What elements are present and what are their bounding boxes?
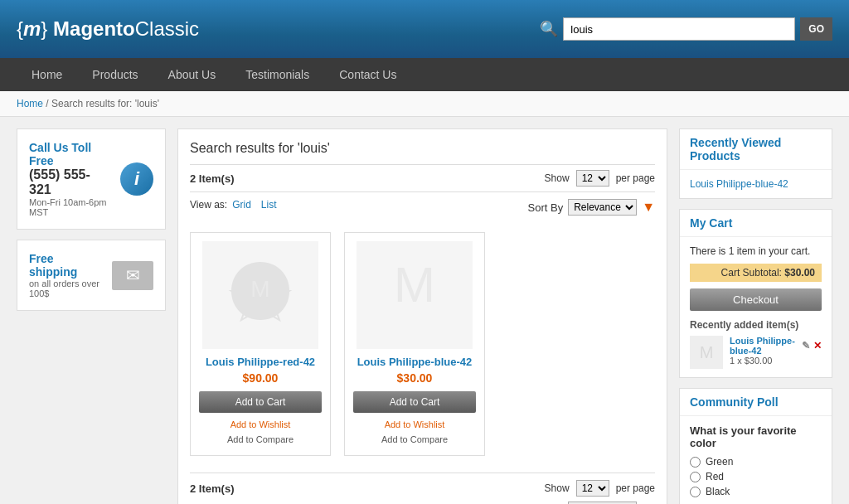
sidebar-left: Call Us Toll Free (555) 555-321 Mon-Fri … [17,128,166,504]
show-label-bottom: Show [545,482,570,494]
logo: {m} MagentoClassic [17,17,199,41]
product-links-1: Add to Wishlist Add to Compare [353,418,476,447]
bottom-toolbar: 2 Item(s) Show 122436 per page View as: … [190,472,655,504]
product-image-0: M [202,241,318,349]
add-to-compare-link-1[interactable]: Add to Compare [353,433,476,448]
breadcrumb-home[interactable]: Home [17,98,43,109]
toll-free-hours: Mon-Fri 10am-6pm MST [29,197,112,217]
bottom-toolbar-inner: 2 Item(s) Show 122436 per page [190,480,655,497]
view-list-link[interactable]: List [261,199,277,211]
content-wrapper: Search results for 'louis' 2 Item(s) Sho… [177,128,667,504]
logo-classic: Classic [135,17,199,40]
add-to-cart-button-0[interactable]: Add to Cart [199,391,322,413]
toll-free-phone: (555) 555-321 [29,167,112,197]
recently-viewed-title: Recently Viewed Products [680,129,832,170]
nav-item-contact[interactable]: Contact Us [324,58,411,91]
main: Call Us Toll Free (555) 555-321 Mon-Fri … [0,117,849,504]
cart-item-qty-label: 1 [730,356,735,366]
add-to-cart-button-1[interactable]: Add to Cart [353,391,476,413]
nav-item-products[interactable]: Products [77,58,153,91]
search-input[interactable]: louis [563,17,795,41]
cart-edit-icon[interactable]: ✎ [802,340,810,351]
cart-item-x: x [737,356,745,366]
cart-subtotal: Cart Subtotal: $30.00 [690,264,822,282]
recently-viewed-body: Louis Philippe-blue-42 [680,170,832,198]
cart-remove-icon[interactable]: ✕ [813,340,822,351]
cart-subtotal-label: Cart Subtotal: [721,267,782,279]
sidebar-right: Recently Viewed Products Louis Philippe-… [679,128,832,504]
poll-label-green[interactable]: Green [706,456,733,468]
poll-radio-green[interactable] [690,457,701,468]
toll-free-info: Call Us Toll Free (555) 555-321 Mon-Fri … [29,141,153,217]
items-count-bottom: 2 Item(s) [190,482,234,495]
free-shipping-heading: Free shipping [29,252,104,279]
sort-select-top[interactable]: RelevanceNamePrice [568,199,637,216]
toolbar-right-bottom: Show 122436 per page [545,480,655,497]
nav-item-about[interactable]: About Us [153,58,231,91]
svg-text:M: M [250,276,269,302]
recently-viewed-widget: Recently Viewed Products Louis Philippe-… [679,128,832,199]
search-bar: 🔍 louis GO [540,17,832,41]
poll-radio-red[interactable] [690,472,701,482]
add-to-wishlist-link-0[interactable]: Add to Wishlist [199,418,322,433]
add-to-compare-link-0[interactable]: Add to Compare [199,433,322,448]
view-as-label: View as: [190,199,227,211]
cart-item-thumb-0: M [690,336,723,369]
per-page-label-bottom: per page [616,482,655,494]
poll-radio-black[interactable] [690,487,701,497]
info-icon: i [120,162,153,196]
search-go-button[interactable]: GO [800,17,832,41]
checkout-button[interactable]: Checkout [690,288,822,311]
product-card-1: M Louis Philippe-blue-42 $30.00 Add to C… [344,232,485,456]
product-price-0: $90.00 [199,371,322,385]
free-shipping-sub: on all orders over 100$ [29,279,104,298]
toll-free-heading: Call Us Toll Free [29,141,112,167]
nav-item-testimonials[interactable]: Testimonials [230,58,324,91]
results-toolbar-top: 2 Item(s) Show 122436 per page [190,164,655,192]
poll-question: What is your favorite color [690,424,822,449]
header: {m} MagentoClassic 🔍 louis GO [0,0,849,58]
product-name-0[interactable]: Louis Philippe-red-42 [199,356,322,368]
poll-label-red[interactable]: Red [706,471,724,482]
breadcrumb-current: Search results for: 'louis' [51,98,159,109]
nav-item-home[interactable]: Home [17,58,77,91]
logo-magento: Magento [53,17,135,40]
sort-arrow-top[interactable]: ▼ [642,200,655,215]
my-cart-text: There is 1 item in your cart. [690,245,822,257]
sort-bar-top: View as: Grid List Sort By RelevanceName… [190,199,655,216]
cart-subtotal-value: $30.00 [784,267,815,279]
show-label-top: Show [545,172,570,184]
community-poll-title: Community Poll [680,389,832,416]
free-shipping-text: Free shipping on all orders over 100$ [29,252,104,298]
svg-text:M: M [394,257,435,313]
show-select-top[interactable]: 122436 [576,170,609,187]
cart-item-name-text-0[interactable]: Louis Philippe-blue-42 [730,336,798,356]
products-grid: M Louis Philippe-red-42 $90.00 Add to Ca… [190,224,655,464]
poll-option-1: Red [690,471,822,482]
recently-viewed-item-0[interactable]: Louis Philippe-blue-42 [690,178,822,190]
recently-added-title: Recently added item(s) [690,319,822,331]
product-name-1[interactable]: Louis Philippe-blue-42 [353,356,476,368]
cart-item-0: M Louis Philippe-blue-42 ✎ ✕ 1 [690,336,822,369]
free-shipping-widget: Free shipping on all orders over 100$ ✉ [17,240,166,311]
items-count-top: 2 Item(s) [190,172,234,185]
my-cart-widget: My Cart There is 1 item in your cart. Ca… [679,209,832,378]
view-grid-link[interactable]: Grid [232,199,251,211]
product-price-1: $30.00 [353,371,476,385]
toll-free-widget: Call Us Toll Free (555) 555-321 Mon-Fri … [17,128,166,230]
cart-item-qty-0: 1 x $30.00 [730,356,822,366]
show-select-bottom[interactable]: 122436 [576,480,609,497]
product-card-0: M Louis Philippe-red-42 $90.00 Add to Ca… [190,232,331,456]
product-placeholder-icon-0: M [219,254,302,337]
toolbar-right-top: Show 122436 per page [545,170,655,187]
svg-text:M: M [700,343,714,361]
community-poll-body: What is your favorite color Green Red Bl… [680,416,832,504]
poll-label-black[interactable]: Black [706,486,730,497]
envelope-icon: ✉ [112,261,153,290]
add-to-wishlist-link-1[interactable]: Add to Wishlist [353,418,476,433]
nav: Home Products About Us Testimonials Cont… [0,58,849,91]
community-poll-widget: Community Poll What is your favorite col… [679,388,832,504]
cart-item-actions-0: ✎ ✕ [802,340,822,351]
logo-brace-close: } [41,17,53,40]
poll-option-0: Green [690,456,822,468]
